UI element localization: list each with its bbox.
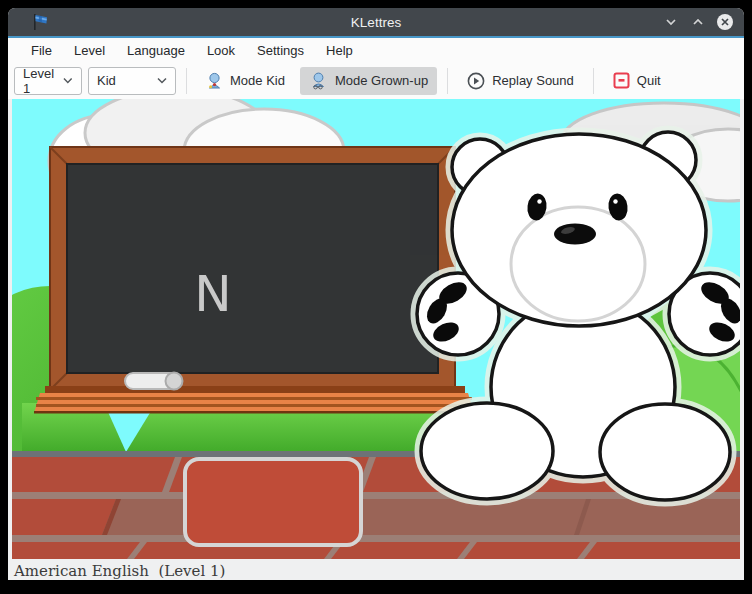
menu-level[interactable]: Level	[65, 41, 114, 60]
menu-file[interactable]: File	[22, 41, 61, 60]
ledge-lip	[45, 386, 465, 393]
content-frame: N	[8, 99, 744, 559]
bear-nose	[554, 224, 596, 245]
kid-icon	[206, 72, 223, 90]
menu-look[interactable]: Look	[198, 41, 244, 60]
play-icon	[467, 72, 485, 90]
toolbar-separator	[593, 68, 594, 94]
quit-button[interactable]: Quit	[604, 67, 670, 94]
classroom-scene: N	[12, 99, 740, 559]
teddy-bear	[417, 132, 740, 500]
title-bar: KLettres	[8, 8, 744, 36]
quit-icon	[613, 72, 630, 89]
toolbar-separator	[447, 68, 448, 94]
close-icon[interactable]	[716, 13, 734, 31]
menu-language[interactable]: Language	[118, 41, 194, 60]
window-title: KLettres	[8, 15, 744, 30]
grownup-icon	[309, 72, 328, 90]
toolbar: Level 1 Kid Mode Kid Mod	[8, 62, 744, 99]
level-combobox[interactable]: Level 1	[14, 67, 82, 95]
chalk	[125, 373, 183, 390]
mode-combobox[interactable]: Kid	[88, 67, 176, 95]
status-bar: American English (Level 1)	[8, 559, 744, 580]
scene-graphics: N	[12, 99, 740, 559]
bear-foot-left	[421, 403, 553, 499]
current-letter: N	[194, 265, 231, 323]
menu-bar: File Level Language Look Settings Help	[8, 38, 744, 62]
menu-help[interactable]: Help	[317, 41, 362, 60]
chalk-ledge	[34, 393, 474, 413]
app-window: KLettres File Level Language Look Settin…	[8, 8, 744, 580]
mode-kid-button[interactable]: Mode Kid	[197, 67, 294, 95]
chevron-down-icon	[63, 77, 73, 84]
minimize-icon[interactable]	[662, 13, 680, 31]
status-text: American English (Level 1)	[14, 562, 225, 580]
maximize-icon[interactable]	[689, 13, 707, 31]
blackboard: N	[34, 147, 474, 414]
bear-foot-right	[600, 404, 730, 500]
replay-sound-button[interactable]: Replay Sound	[458, 67, 583, 95]
chevron-down-icon	[157, 77, 167, 84]
toolbar-separator	[186, 68, 187, 94]
letter-input[interactable]	[183, 457, 363, 547]
mode-grownup-button[interactable]: Mode Grown-up	[300, 67, 437, 95]
menu-settings[interactable]: Settings	[248, 41, 313, 60]
